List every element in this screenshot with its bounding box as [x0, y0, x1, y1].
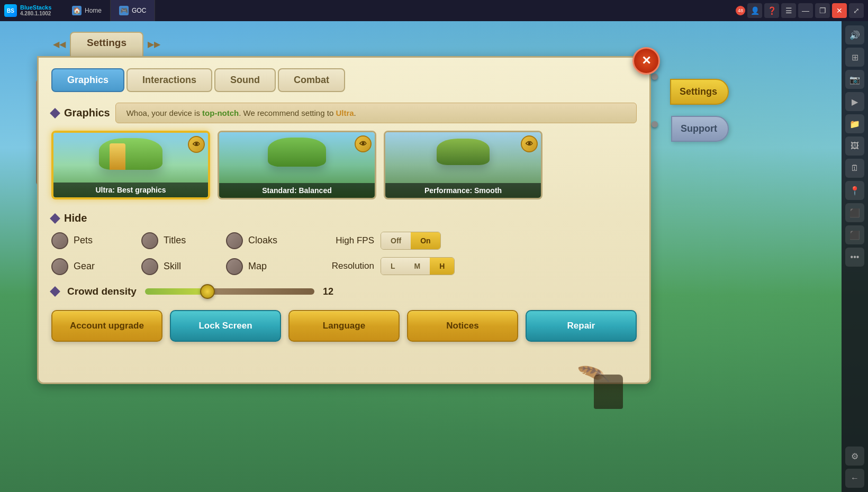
skill-toggle[interactable]	[141, 258, 158, 275]
map-toggle[interactable]	[226, 258, 243, 275]
app-version: 4.280.1.1002	[20, 11, 51, 17]
sidebar-settings-icon[interactable]: ⚙	[845, 447, 864, 466]
home-icon: 🏠	[72, 6, 82, 15]
graphics-presets: 👁 Ultra: Best graphics 👁 Standard: Balan…	[51, 131, 637, 199]
resolution-control: Resolution L M H	[327, 257, 637, 275]
sidebar-location-icon[interactable]: 📍	[845, 181, 864, 200]
notification-badge[interactable]: 48	[736, 6, 745, 15]
resolution-l-button[interactable]: L	[381, 258, 405, 275]
panel-header: ◀◀ Settings ▶▶	[37, 32, 651, 56]
repair-button[interactable]: Repair	[526, 310, 637, 342]
inkwell-decoration	[594, 375, 623, 409]
sidebar-dots-icon[interactable]: •••	[845, 248, 864, 267]
fps-on-button[interactable]: On	[411, 232, 440, 249]
menu-button[interactable]: ☰	[781, 3, 796, 18]
minimize-button[interactable]: —	[798, 3, 813, 18]
recommendation-banner: Whoa, your device is top-notch. We recom…	[115, 103, 637, 123]
tab-goc[interactable]: 🎮 GOC	[111, 0, 155, 21]
standard-preview-badge: 👁	[355, 135, 372, 152]
panel-title: Settings	[70, 32, 143, 56]
sidebar-layout-icon[interactable]: ⊞	[845, 48, 864, 67]
hide-cloaks[interactable]: Cloaks	[226, 232, 316, 249]
tab-interactions[interactable]: Interactions	[126, 68, 212, 92]
ultra-island	[99, 138, 162, 170]
right-arrow-icon: ▶▶	[148, 39, 160, 49]
titlebar-controls: 48 👤 ❓ ☰ — ❐ ✕ ⤢	[736, 3, 868, 18]
performance-preview-badge: 👁	[521, 135, 538, 152]
fps-off-button[interactable]: Off	[381, 232, 411, 249]
right-sidebar: 🔊 ⊞ 📷 ▶ 📁 🖼 🗓 📍 ⬛ ⬛ ••• ⚙ ←	[842, 21, 868, 492]
graphics-section: Graphics Whoa, your device is top-notch.…	[51, 103, 637, 199]
hide-map[interactable]: Map	[226, 258, 316, 275]
sidebar-image-icon[interactable]: 🖼	[845, 136, 864, 156]
resolution-m-button[interactable]: M	[405, 258, 430, 275]
standard-island	[268, 138, 326, 167]
standard-label: Standard: Balanced	[219, 183, 375, 198]
sidebar-calendar-icon[interactable]: 🗓	[845, 159, 864, 178]
close-window-button[interactable]: ✕	[832, 3, 847, 18]
resolution-btn-group: L M H	[381, 257, 455, 275]
diamond-icon	[50, 108, 60, 119]
help-button[interactable]: ❓	[764, 3, 779, 18]
hide-items-grid: Pets Titles Cloaks Gear	[51, 232, 316, 275]
settings-panel: ◀◀ Settings ▶▶ ✕ Settings Support Graphi…	[37, 32, 651, 384]
preset-performance[interactable]: 👁 Performance: Smooth	[384, 131, 542, 199]
preset-standard[interactable]: 👁 Standard: Balanced	[218, 131, 376, 199]
hide-skill[interactable]: Skill	[141, 258, 226, 275]
sidebar-volume-icon[interactable]: 🔊	[845, 25, 864, 44]
settings-box: ✕ Settings Support Graphics Interactions…	[37, 56, 651, 384]
language-button[interactable]: Language	[288, 310, 400, 342]
preset-ultra[interactable]: 👁 Ultra: Best graphics	[51, 131, 210, 199]
account-button[interactable]: 👤	[747, 3, 762, 18]
sidebar-camera-icon[interactable]: 📷	[845, 70, 864, 89]
support-sidebar-label[interactable]: Support	[671, 116, 729, 142]
density-value: 12	[323, 286, 333, 297]
crowd-density-slider[interactable]	[145, 286, 314, 297]
cloaks-toggle[interactable]	[226, 232, 243, 249]
tab-sound[interactable]: Sound	[214, 68, 276, 92]
close-settings-button[interactable]: ✕	[632, 47, 660, 75]
notices-button[interactable]: Notices	[407, 310, 518, 342]
fps-btn-group: Off On	[381, 232, 441, 250]
hide-diamond-icon	[50, 213, 60, 224]
settings-tabs: Graphics Interactions Sound Combat	[51, 68, 637, 92]
tab-home-label: Home	[85, 7, 102, 14]
expand-button[interactable]: ⤢	[849, 3, 864, 18]
graphics-header-row: Graphics Whoa, your device is top-notch.…	[51, 103, 637, 123]
tab-combat[interactable]: Combat	[278, 68, 345, 92]
hide-titles[interactable]: Titles	[141, 232, 226, 249]
sidebar-back-icon[interactable]: ←	[845, 469, 864, 488]
graphics-section-header: Graphics	[51, 107, 110, 119]
hide-pets[interactable]: Pets	[51, 232, 141, 249]
sidebar-video-icon[interactable]: ▶	[845, 92, 864, 111]
performance-label: Performance: Smooth	[385, 183, 541, 198]
slider-track	[145, 288, 314, 295]
crowd-diamond-icon	[50, 286, 60, 297]
left-arrow-icon: ◀◀	[53, 39, 66, 49]
performance-island	[437, 139, 490, 165]
gear-toggle[interactable]	[51, 258, 68, 275]
resolution-h-button[interactable]: H	[430, 258, 454, 275]
pin-bottom-icon	[652, 121, 658, 127]
sidebar-square1-icon[interactable]: ⬛	[845, 203, 864, 222]
hide-gear[interactable]: Gear	[51, 258, 141, 275]
tab-graphics[interactable]: Graphics	[51, 68, 124, 92]
pets-toggle[interactable]	[51, 232, 68, 249]
restore-button[interactable]: ❐	[815, 3, 830, 18]
lock-screen-button[interactable]: Lock Screen	[170, 310, 281, 342]
crowd-density-section: Crowd density 12	[51, 286, 637, 297]
slider-thumb[interactable]	[200, 284, 215, 299]
app-logo: BS BlueStacks 4.280.1.1002	[0, 4, 64, 17]
settings-sidebar-label[interactable]: Settings	[670, 79, 729, 105]
hide-content: Pets Titles Cloaks Gear	[51, 232, 637, 275]
account-upgrade-button[interactable]: Account upgrade	[51, 310, 162, 342]
tab-home[interactable]: 🏠 Home	[64, 0, 111, 21]
sidebar-square2-icon[interactable]: ⬛	[845, 225, 864, 244]
ultra-preview-badge: 👁	[188, 136, 205, 153]
bottom-buttons: Account upgrade Lock Screen Language Not…	[51, 310, 637, 342]
fps-resolution-controls: High FPS Off On Resolution	[327, 232, 637, 275]
titles-toggle[interactable]	[141, 232, 158, 249]
sidebar-folder-icon[interactable]: 📁	[845, 114, 864, 133]
pin-top-icon	[652, 74, 658, 80]
ultra-label: Ultra: Best graphics	[53, 183, 208, 197]
